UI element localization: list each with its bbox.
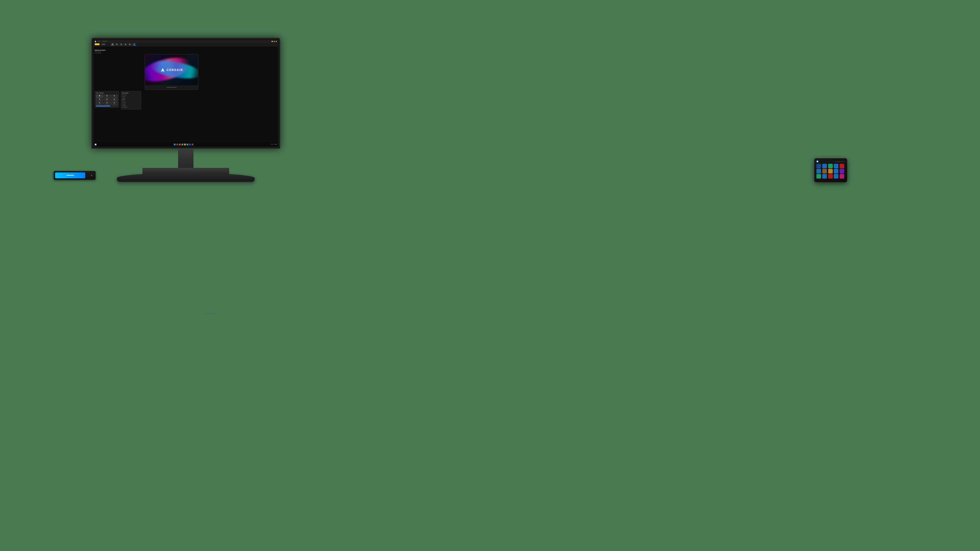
pmode-label-fps: FPS <box>123 99 125 100</box>
taskbar-app-5[interactable] <box>189 144 191 145</box>
corsair-logo-preview: CORSAIR <box>160 68 183 72</box>
sd-btn-15[interactable] <box>840 174 844 179</box>
device-subtitle1[interactable]: Picture Settings <box>95 51 101 52</box>
nav-dashboard[interactable]: Dashboard <box>103 41 107 42</box>
preview-screen: CORSAIR <box>145 54 198 85</box>
setting-btn-brightness[interactable]: Brightness <box>96 95 103 98</box>
sd-btn-3[interactable] <box>828 164 833 168</box>
taskbar-app-6[interactable] <box>192 144 193 145</box>
taskbar-app-1[interactable] <box>179 144 181 145</box>
sd-btn-13[interactable] <box>828 174 833 179</box>
taskbar-app-search[interactable] <box>177 144 178 145</box>
tab-display[interactable] <box>115 43 119 46</box>
sd-btn-8[interactable] <box>828 169 833 173</box>
setting-btn-contrast[interactable]: Contrast <box>103 95 110 98</box>
setting-btn-freesync[interactable]: FreeSync <box>103 102 110 105</box>
sd-btn-4[interactable] <box>834 164 838 168</box>
taskbar-app-files[interactable] <box>174 144 176 145</box>
pmode-label-cinema: Cinema <box>123 102 126 103</box>
monitor-neck <box>178 149 193 170</box>
taskbar-app-3[interactable] <box>184 144 186 145</box>
nav-home[interactable]: Home <box>98 41 100 42</box>
tab-color[interactable] <box>119 43 123 46</box>
pmode-label-standard: Standard <box>123 94 126 95</box>
tab-monitor[interactable] <box>132 43 136 46</box>
taskbar-app-4[interactable] <box>186 144 188 145</box>
settings-grid: Brightness Contrast Sharpness Gamma <box>96 95 118 105</box>
corsair-brand-text: CORSAIR <box>167 68 183 71</box>
pmode-radio-syslog[interactable] <box>122 104 123 105</box>
sd-btn-1[interactable] <box>816 164 821 168</box>
pmode-radio-fps[interactable] <box>122 99 123 100</box>
pmode-fps[interactable]: FPS <box>122 99 140 100</box>
windows-start-icon[interactable] <box>95 144 97 145</box>
device-subtitle2[interactable]: Source Settings <box>95 52 101 54</box>
device-name: XENEON 32UHD144 <box>95 50 106 51</box>
profile-select[interactable]: Default <box>101 43 106 45</box>
pmode-radio-standard[interactable] <box>122 95 123 95</box>
setting-btn-response[interactable]: Response <box>111 98 118 101</box>
profile-badge[interactable]: Default <box>95 43 100 45</box>
picture-mode-title: Picture Mode <box>122 92 140 94</box>
pmode-standard[interactable]: Standard <box>122 94 140 95</box>
pmode-cinema[interactable]: Cinema <box>122 102 140 103</box>
xeneon-bar-button[interactable] <box>91 175 92 176</box>
xeneon-bar-device <box>54 171 96 180</box>
brightness-slider-area <box>96 106 118 106</box>
pmode-radio-dcip3[interactable] <box>122 105 123 106</box>
sd-btn-6[interactable] <box>816 169 821 173</box>
picture-mode-panel: Picture Mode Standard Movie Game FPS <box>121 91 141 110</box>
pmode-label-syslog: Syslog <box>123 103 126 105</box>
pmode-movie[interactable]: Movie <box>122 96 140 97</box>
pmode-label-rts: RTS <box>123 100 125 102</box>
preview-stand <box>145 85 198 89</box>
taskbar-center <box>174 144 193 145</box>
maximize-button[interactable] <box>274 41 275 42</box>
xeneon-bar-indicator <box>66 175 74 176</box>
setting-btn-overdrive[interactable]: Overdrive <box>96 102 103 105</box>
os-titlebar: Home › Dashboard <box>94 40 278 43</box>
pmode-dcip3[interactable]: DCIPi3 <box>122 105 140 106</box>
pmode-radio-movie[interactable] <box>122 96 123 97</box>
sd-btn-7[interactable] <box>822 169 827 173</box>
pmode-syslog[interactable]: Syslog <box>122 103 140 105</box>
close-button[interactable] <box>275 41 277 42</box>
sd-btn-10[interactable] <box>840 169 844 173</box>
pmode-label-adobergb: AdobeRGB <box>123 106 127 108</box>
sd-btn-9[interactable] <box>834 169 838 173</box>
titlebar-left: Home › Dashboard <box>95 41 107 42</box>
pmode-radio-game[interactable] <box>122 98 123 98</box>
setting-btn-sharpness[interactable]: Sharpness <box>111 95 118 98</box>
sd-btn-5[interactable] <box>840 164 844 168</box>
pmode-radio-rts[interactable] <box>122 101 123 102</box>
monitor-bezel: Home › Dashboard Default Default <box>91 38 280 149</box>
pmode-radio-adobergb[interactable] <box>122 107 123 108</box>
pmode-radio-cinema[interactable] <box>122 102 123 103</box>
taskbar-app-2[interactable] <box>181 144 183 145</box>
sd-btn-14[interactable] <box>834 174 838 179</box>
titlebar-buttons <box>272 41 277 42</box>
sd-btn-11[interactable] <box>816 174 821 179</box>
sd-btn-12[interactable] <box>822 174 827 179</box>
tab-osd[interactable] <box>128 43 132 46</box>
stream-deck-buttons-grid <box>816 164 845 179</box>
tab-picture[interactable] <box>111 43 115 46</box>
tab-advanced[interactable] <box>124 43 127 46</box>
setting-btn-blacklevel[interactable]: Black Lvl <box>103 98 110 101</box>
sd-btn-2[interactable] <box>822 164 827 168</box>
monitor-screen: Home › Dashboard Default Default <box>94 40 278 146</box>
pmode-rts[interactable]: RTS <box>122 100 140 102</box>
taskbar-right: 12:00 1/1/2024 <box>271 144 277 145</box>
tab-bar <box>111 43 136 46</box>
setting-btn-gamma[interactable]: Gamma <box>96 98 103 101</box>
corsair-sails-icon <box>160 68 165 72</box>
nav-separator: › <box>101 41 102 42</box>
pmode-game[interactable]: Game <box>122 97 140 98</box>
stream-deck-header: STREAM DECK <box>816 160 845 162</box>
setting-btn-hdr[interactable]: HDR <box>111 102 118 105</box>
picture-settings-panel: Picture Settings Brightness Contrast Sha… <box>95 91 119 108</box>
stream-deck-title: STREAM DECK <box>835 161 845 162</box>
pmode-adobergb[interactable]: AdobeRGB <box>122 106 140 108</box>
pmode-label-dcip3: DCIPi3 <box>123 105 126 106</box>
minimize-button[interactable] <box>272 41 273 42</box>
